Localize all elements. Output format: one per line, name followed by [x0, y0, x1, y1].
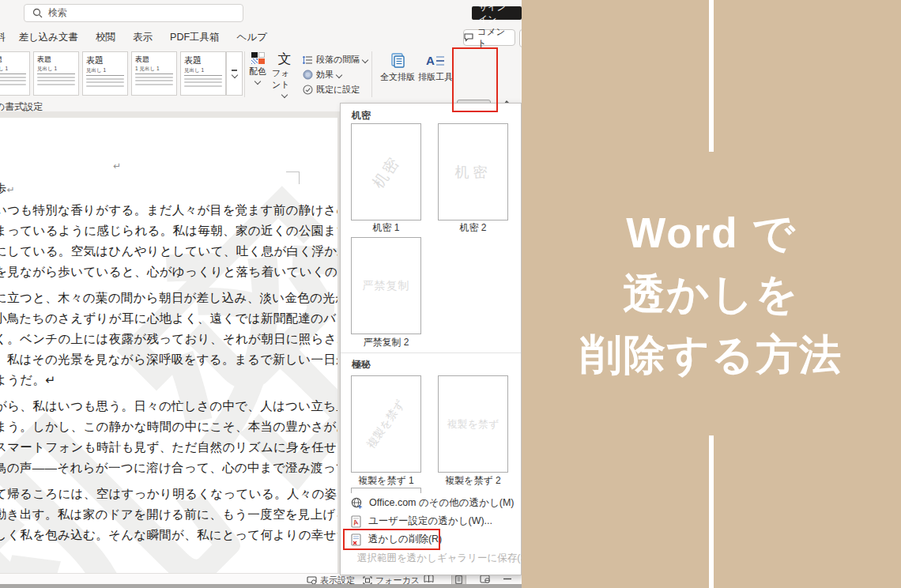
divider	[341, 352, 521, 353]
style-set-card[interactable]: 表題 見出し 1	[180, 51, 226, 96]
style-set-card[interactable]: 表題 1 見出し 1	[131, 51, 177, 96]
chevron-down-icon	[281, 92, 288, 98]
full-text-layout-button[interactable]: 全文排版	[379, 52, 416, 83]
section-title: 机密	[352, 109, 371, 122]
document-heading: 歩↵	[0, 181, 15, 198]
menu-item-view[interactable]: 表示	[124, 31, 161, 44]
effects-icon	[303, 70, 313, 80]
menu-item-pdf-tools[interactable]: PDF工具箱	[161, 31, 228, 44]
search-placeholder: 検索	[48, 6, 67, 20]
partial-thumbnail	[351, 488, 421, 493]
menu-item-review[interactable]: 校閲	[87, 31, 124, 44]
zoom-out-button[interactable]	[503, 575, 512, 583]
set-as-default-button[interactable]: 既定に設定	[303, 84, 360, 96]
menu-item-save-to-gallery: 選択範囲を透かしギャラリーに保存(S)...	[341, 549, 521, 567]
decorative-bar-bottom	[709, 435, 714, 588]
minus-icon	[503, 575, 512, 583]
watermark-option-kimitsu-2[interactable]: 机密	[438, 123, 508, 220]
document-copy-icon	[389, 52, 406, 70]
watermark-option-fukusei-2[interactable]: 複製を禁ず	[438, 375, 508, 473]
panel-title-line3: 削除する方法	[522, 324, 901, 385]
theme-fonts-button[interactable]: 文 フォント	[272, 52, 297, 97]
comment-icon	[464, 33, 473, 42]
style-set-card[interactable]: 表題 見出し 1	[33, 51, 79, 96]
menu-item-partial[interactable]: 料	[0, 31, 10, 44]
menu-item-mailings[interactable]: 差し込み文書	[10, 31, 88, 44]
screenshot-root: 検索 サインイン 料 差し込み文書 校閲 表示 PDF工具箱 ヘルプ コメント …	[0, 0, 901, 588]
document-page[interactable]: 机密 ↵ 歩↵ いつも特別な香りがする。まだ人々が目を覚ます前の静けさの中で、 …	[0, 118, 337, 574]
search-input[interactable]: 検索	[24, 4, 243, 22]
decorative-bar-top	[709, 0, 714, 152]
layout-tools-button[interactable]: A 排版工具	[417, 52, 454, 83]
paragraph: に立つと、木々の葉の間から朝日が差し込み、淡い金色の光が道を照 小鳥たちのさえず…	[0, 288, 337, 390]
watermark-option-fukusei-1[interactable]: 複製を禁ず	[351, 375, 421, 473]
chevron-down-icon	[254, 78, 261, 85]
style-gallery-more-button[interactable]	[226, 51, 243, 96]
right-title-panel: Word で 透かしを 削除する方法	[522, 0, 901, 588]
paragraph: がら、私はいつも思う。日々の忙しさの中で、人はつい立ち止まるこ まう。しかし、こ…	[0, 396, 337, 478]
checkmark-circle-icon	[303, 85, 313, 95]
chevron-down-icon	[362, 56, 368, 62]
style-set-card[interactable]: 表題 見出し 1	[0, 51, 30, 96]
svg-text:A: A	[426, 54, 435, 67]
sign-in-button[interactable]: サインイン	[472, 6, 522, 20]
theme-colors-button[interactable]: 配色	[246, 52, 270, 84]
style-set-card[interactable]: 表題 見出し 1	[82, 51, 128, 96]
window-bottom-edge	[0, 584, 522, 588]
paragraph-spacing-button[interactable]: 段落の間隔	[303, 54, 368, 66]
web-layout-button[interactable]	[480, 575, 490, 583]
chevron-down-icon	[231, 72, 237, 78]
font-icon: 文	[278, 52, 292, 66]
remove-watermark-icon	[351, 533, 362, 546]
menu-item-more-watermarks[interactable]: Office.com のその他の透かし(M)	[341, 494, 521, 512]
section-title: 極秘	[352, 358, 371, 371]
menu-item-custom-watermark[interactable]: A ユーザー設定の透かし(W)...	[341, 512, 521, 530]
paragraph: て帰るころには、空はすっかり明るくなっている。人々の姿が少しず 動き出す。私は家…	[0, 484, 337, 545]
chevron-down-icon	[336, 71, 342, 77]
print-layout-icon	[455, 575, 462, 584]
menu-item-remove-watermark[interactable]: 透かしの削除(R)	[341, 530, 521, 548]
colors-icon	[251, 52, 265, 64]
text-boundary-mark	[286, 172, 300, 184]
menu-bar: 料 差し込み文書 校閲 表示 PDF工具箱 ヘルプ	[0, 27, 276, 47]
ribbon: 表題 見出し 1 表題 見出し 1 表題 見出し 1 表題 1 見出し 1 表題	[0, 49, 522, 100]
comments-button[interactable]: コメント	[463, 29, 515, 46]
word-window: 検索 サインイン 料 差し込み文書 校閲 表示 PDF工具箱 ヘルプ コメント …	[0, 0, 522, 588]
ribbon-separator	[371, 51, 372, 97]
panel-title-line2: 透かしを	[522, 263, 901, 324]
watermark-dropdown: 机密 机密 机密 机密 1 机密 2 严禁复制 严禁复制 2 極秘 複製を禁ず …	[340, 103, 522, 575]
paragraph-spacing-icon	[303, 55, 313, 65]
watermark-option-genkin-2[interactable]: 严禁复制	[351, 237, 421, 334]
document-area: 机密 ↵ 歩↵ いつも特別な香りがする。まだ人々が目を覚ます前の静けさの中で、 …	[0, 111, 340, 574]
custom-watermark-icon: A	[351, 515, 362, 528]
read-mode-button[interactable]	[424, 575, 434, 583]
globe-icon	[351, 497, 363, 509]
effects-button[interactable]: 効果	[303, 69, 341, 81]
ribbon-separator	[244, 51, 245, 97]
web-layout-icon	[480, 575, 490, 583]
watermark-option-kimitsu-1[interactable]: 机密	[351, 123, 421, 220]
layout-tools-icon: A	[426, 52, 445, 70]
menu-item-help[interactable]: ヘルプ	[228, 31, 276, 44]
paragraph-mark: ↵	[113, 160, 121, 172]
read-mode-icon	[424, 575, 434, 583]
document-text: いつも特別な香りがする。まだ人々が目を覚ます前の静けさの中で、 まっているように…	[0, 200, 337, 551]
paragraph: いつも特別な香りがする。まだ人々が目を覚ます前の静けさの中で、 まっているように…	[0, 200, 337, 282]
panel-title-line1: Word で	[522, 202, 901, 263]
search-icon	[32, 8, 43, 18]
